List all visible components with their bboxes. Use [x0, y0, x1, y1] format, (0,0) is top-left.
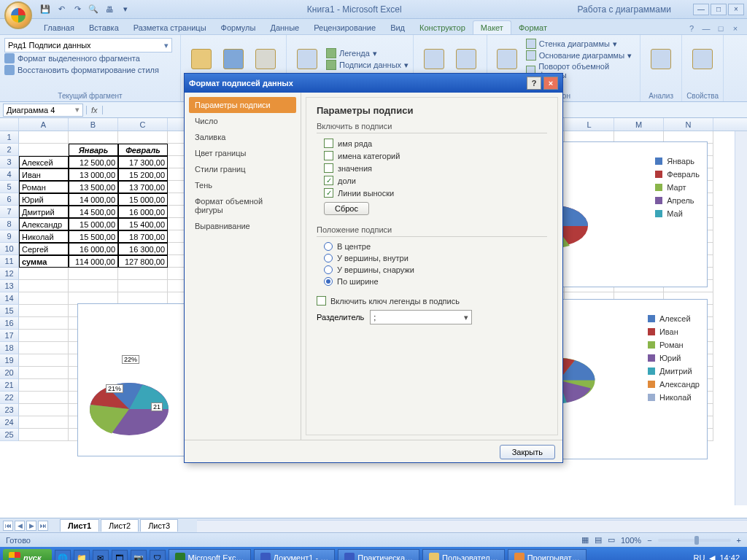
doc-restore-icon[interactable]: □ [715, 23, 727, 34]
tab-view[interactable]: Вид [383, 21, 412, 34]
quick-launch-icon[interactable]: ✉ [93, 550, 109, 560]
undo-icon[interactable]: ↶ [55, 4, 67, 15]
lang-indicator[interactable]: RU [694, 553, 705, 560]
cell[interactable] [19, 305, 69, 317]
quick-launch-icon[interactable]: 🗔 [112, 550, 128, 560]
cell[interactable] [19, 144, 69, 156]
nav-item-number[interactable]: Число [189, 113, 296, 129]
row-header[interactable]: 21 [0, 379, 19, 392]
zoom-value[interactable]: 100% [621, 536, 641, 545]
print-preview-icon[interactable]: 🔍 [88, 4, 99, 15]
row-header[interactable]: 3 [0, 156, 19, 168]
row-header[interactable]: 8 [0, 218, 19, 230]
tray-icon[interactable]: ◀ [709, 553, 715, 561]
close-button[interactable]: × [728, 4, 744, 15]
tab-format[interactable]: Формат [511, 21, 554, 34]
reset-button[interactable]: Сброс [324, 202, 369, 215]
cell[interactable]: Александр [19, 218, 69, 230]
chart-element-combo[interactable]: Ряд1 Подписи данных ▾ [4, 38, 172, 52]
cell[interactable]: Роман [19, 181, 69, 193]
tab-insert[interactable]: Вставка [82, 21, 126, 34]
cell[interactable] [69, 268, 118, 280]
nav-item-fill[interactable]: Заливка [189, 129, 296, 145]
horizontal-scrollbar[interactable] [197, 520, 747, 532]
cell[interactable] [19, 342, 69, 354]
checkbox[interactable] [324, 163, 333, 173]
row-header[interactable]: 5 [0, 181, 19, 193]
nav-item-border-styles[interactable]: Стили границ [189, 161, 296, 177]
cell[interactable]: Алексей [19, 156, 69, 168]
cell[interactable] [118, 268, 168, 280]
close-button[interactable]: Закрыть [500, 445, 555, 459]
taskbar-item[interactable]: Проигрыват… [508, 549, 587, 560]
cell[interactable]: 12 500,00 [69, 156, 118, 168]
quick-launch-icon[interactable]: 📷 [131, 550, 147, 560]
cell[interactable]: Январь [69, 144, 118, 156]
cell[interactable]: 114 000,00 [69, 255, 118, 268]
reset-style-button[interactable]: Восстановить форматирование стиля [4, 64, 176, 76]
cell[interactable] [19, 404, 69, 416]
legend-item[interactable]: Александр [648, 380, 700, 389]
cell[interactable] [69, 131, 118, 144]
row-header[interactable]: 25 [0, 429, 19, 441]
tab-design[interactable]: Конструктор [412, 21, 473, 34]
tab-data[interactable]: Данные [263, 21, 306, 34]
print-icon[interactable]: 🖶 [104, 4, 115, 15]
cell[interactable] [118, 280, 168, 292]
cell[interactable]: 16 000,00 [118, 206, 168, 218]
checkbox[interactable]: ✓ [324, 176, 333, 185]
row-header[interactable]: 13 [0, 280, 19, 292]
separator-select[interactable]: ; ▾ [370, 310, 472, 324]
cell[interactable]: Дмитрий [19, 206, 69, 218]
row-header[interactable]: 18 [0, 342, 19, 354]
nav-item-3d-format[interactable]: Формат объемной фигуры [189, 193, 296, 218]
cell[interactable] [19, 392, 69, 404]
cell[interactable]: 13 700,00 [118, 181, 168, 193]
nav-item-shadow[interactable]: Тень [189, 177, 296, 193]
cell[interactable]: 15 500,00 [69, 230, 118, 243]
tab-layout[interactable]: Макет [473, 20, 511, 34]
cell[interactable] [69, 280, 118, 292]
cell[interactable]: Николай [19, 230, 69, 243]
cell[interactable]: 16 300,00 [118, 243, 168, 255]
row-header[interactable]: 2 [0, 144, 19, 156]
col-header[interactable]: A [19, 118, 69, 131]
fx-button[interactable]: fx [86, 106, 103, 114]
cell[interactable]: 13 500,00 [69, 181, 118, 193]
sheet-tab[interactable]: Лист1 [60, 519, 99, 532]
row-header[interactable]: 20 [0, 367, 19, 379]
legend-item[interactable]: Март [655, 183, 700, 192]
cell[interactable] [19, 354, 69, 367]
row-header[interactable]: 17 [0, 330, 19, 342]
legend-item[interactable]: Николай [648, 393, 700, 402]
cell[interactable]: 15 400,00 [118, 218, 168, 230]
clock[interactable]: 14:42 [719, 553, 740, 560]
row-header[interactable]: 16 [0, 317, 19, 330]
view-normal-icon[interactable]: ▦ [581, 535, 589, 545]
cell[interactable] [19, 429, 69, 441]
col-header[interactable]: C [118, 118, 168, 131]
vertical-scrollbar[interactable] [735, 131, 747, 505]
row-header[interactable]: 7 [0, 206, 19, 218]
view-layout-icon[interactable]: ▤ [595, 535, 602, 545]
sheet-tab[interactable]: Лист3 [140, 519, 178, 532]
taskbar-item[interactable]: Документ1 - … [254, 549, 336, 560]
cell[interactable]: 17 300,00 [118, 156, 168, 168]
legend-item[interactable]: Февраль [655, 170, 700, 179]
row-header[interactable]: 4 [0, 168, 19, 181]
dialog-help-icon[interactable]: ? [527, 77, 541, 90]
row-header[interactable]: 19 [0, 354, 19, 367]
row-header[interactable]: 9 [0, 230, 19, 243]
select-all-corner[interactable] [0, 118, 19, 131]
row-header[interactable]: 23 [0, 404, 19, 416]
col-header[interactable]: N [664, 118, 713, 131]
row-header[interactable]: 14 [0, 292, 19, 305]
legend-item[interactable]: Январь [655, 157, 700, 166]
tab-home[interactable]: Главная [36, 21, 82, 34]
minimize-button[interactable]: — [693, 4, 709, 15]
dialog-close-icon[interactable]: × [543, 77, 558, 90]
row-header[interactable]: 22 [0, 392, 19, 404]
cell[interactable]: Февраль [118, 144, 168, 156]
cell[interactable]: 15 000,00 [69, 218, 118, 230]
taskbar-item[interactable]: Пользовател… [422, 549, 505, 560]
